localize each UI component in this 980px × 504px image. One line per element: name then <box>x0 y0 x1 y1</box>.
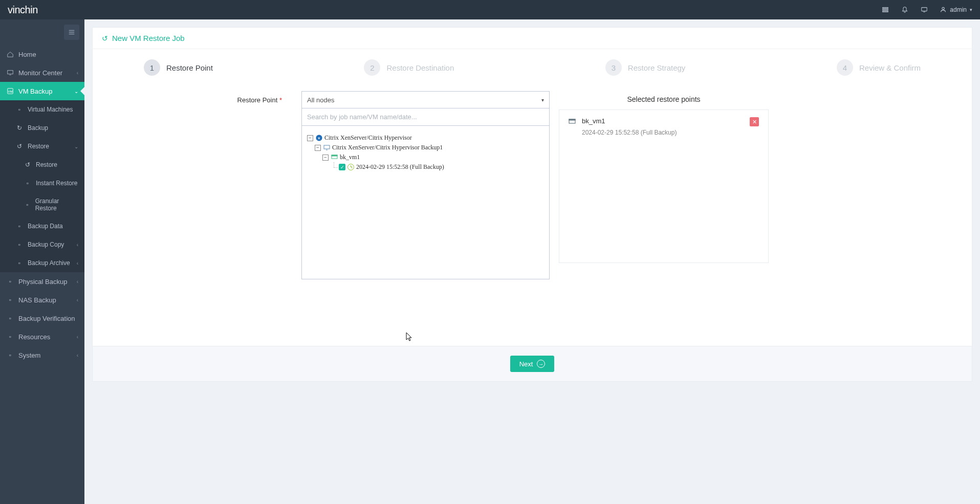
sidebar-toggle[interactable] <box>64 25 79 40</box>
sidebar-item-vmbackup[interactable]: VM VM Backup ⌄ <box>0 82 84 100</box>
wizard-step-2[interactable]: 2 Restore Destination <box>364 59 454 76</box>
remove-button[interactable]: ✕ <box>750 117 759 126</box>
tree-node-restorepoint[interactable]: ✓ 2024-02-29 15:52:58 (Full Backup) <box>307 162 544 172</box>
tree-node-vm[interactable]: − bk_vm1 <box>307 152 544 162</box>
field-label-restore-point: Restore Point * <box>123 91 292 279</box>
svg-rect-10 <box>324 145 330 149</box>
wizard-step-4[interactable]: 4 Review & Confirm <box>837 59 921 76</box>
sidebar-item-resources[interactable]: ▫ Resources ‹ <box>0 327 84 346</box>
sidebar-sub-backupcopy[interactable]: ▫ Backup Copy ‹ <box>0 235 84 254</box>
sidebar-label: Home <box>18 51 36 58</box>
sidebar-label: Restore <box>28 143 49 150</box>
sidebar-label: NAS Backup <box>18 296 56 304</box>
form-row: Restore Point * All nodes ▾ − ✕ Citrix X… <box>93 81 972 295</box>
tree-label: Citrix XenServer/Citrix Hypervisor Backu… <box>332 144 443 151</box>
data-icon: ▫ <box>15 222 24 230</box>
main-card: ↺ New VM Restore Job 1 Restore Point 2 R… <box>92 27 972 382</box>
topbar-right: admin ▾ <box>881 6 972 14</box>
checkbox-checked[interactable]: ✓ <box>339 164 345 170</box>
card-header: ↺ New VM Restore Job <box>93 28 972 49</box>
sidebar-sub-vms[interactable]: ▫ Virtual Machines <box>0 100 84 119</box>
sidebar-item-home[interactable]: Home <box>0 45 84 63</box>
refresh-icon: ↺ <box>102 34 108 42</box>
vm-icon <box>331 154 338 161</box>
collapse-icon[interactable]: − <box>322 155 329 161</box>
monitor-icon <box>323 144 330 151</box>
chevron-left-icon: ‹ <box>77 297 78 303</box>
restore-icon: ↺ <box>15 142 24 150</box>
sidebar-label: Physical Backup <box>18 278 67 286</box>
step-number: 4 <box>837 59 853 76</box>
sidebar-sub2-granular[interactable]: ▫ Granular Restore <box>0 192 84 217</box>
next-button[interactable]: Next → <box>510 356 555 372</box>
sidebar-sub-backup[interactable]: ↻ Backup <box>0 119 84 137</box>
sidebar-sub-backuparchive[interactable]: ▫ Backup Archive ‹ <box>0 254 84 272</box>
clock-icon <box>347 164 354 170</box>
sidebar-item-physical[interactable]: ▫ Physical Backup ‹ <box>0 272 84 291</box>
sidebar-label: Resources <box>18 333 50 341</box>
user-icon <box>940 6 947 13</box>
gear-icon: ▫ <box>6 351 14 359</box>
nas-icon: ▫ <box>6 296 14 304</box>
center-column: All nodes ▾ − ✕ Citrix XenServer/Citrix … <box>301 91 550 279</box>
svg-rect-0 <box>883 8 888 9</box>
sidebar-sub-restore[interactable]: ↺ Restore ⌄ <box>0 137 84 156</box>
collapse-icon[interactable]: − <box>307 135 313 141</box>
node-select-value: All nodes <box>307 96 334 104</box>
field-label-text: Restore Point <box>237 96 278 104</box>
sidebar-item-nas[interactable]: ▫ NAS Backup ‹ <box>0 291 84 309</box>
sidebar-list: Home Monitor Center ‹ VM VM Backup ⌄ ▫ V… <box>0 45 84 364</box>
chevron-left-icon: ‹ <box>77 242 78 248</box>
tasks-icon[interactable] <box>881 6 889 14</box>
sidebar-sub-backupdata[interactable]: ▫ Backup Data <box>0 217 84 235</box>
next-label: Next <box>519 360 533 368</box>
svg-text:✕: ✕ <box>317 136 321 141</box>
bolt-icon: ▫ <box>24 179 32 187</box>
refresh-icon: ↻ <box>15 124 24 132</box>
selected-vm-name: bk_vm1 <box>582 117 744 125</box>
sidebar: Home Monitor Center ‹ VM VM Backup ⌄ ▫ V… <box>0 19 84 504</box>
svg-rect-1 <box>883 9 888 10</box>
sidebar-label: VM Backup <box>18 87 52 95</box>
sidebar-sub2-restore[interactable]: ↺ Restore <box>0 156 84 174</box>
sidebar-label: Backup Archive <box>28 259 70 267</box>
sidebar-sub2-instant[interactable]: ▫ Instant Restore <box>0 174 84 192</box>
selected-item: bk_vm1 2024-02-29 15:52:58 (Full Backup)… <box>559 109 769 263</box>
brand-logo: vinchin <box>8 4 38 16</box>
user-menu[interactable]: admin ▾ <box>940 6 972 13</box>
brand-part2: chin <box>20 4 38 15</box>
search-input[interactable] <box>301 108 550 126</box>
tree-node-hypervisor[interactable]: − ✕ Citrix XenServer/Citrix Hypervisor <box>307 133 544 143</box>
step-number: 2 <box>364 59 380 76</box>
file-icon: ▫ <box>24 201 31 209</box>
wizard-step-3[interactable]: 3 Restore Strategy <box>605 59 686 76</box>
sidebar-label: Backup Copy <box>28 241 64 248</box>
chevron-down-icon: ⌄ <box>74 144 78 149</box>
chevron-down-icon: ⌄ <box>74 89 78 94</box>
sidebar-item-system[interactable]: ▫ System ‹ <box>0 346 84 364</box>
screen-icon[interactable] <box>920 6 928 14</box>
svg-point-4 <box>942 7 944 9</box>
chevron-left-icon: ‹ <box>77 334 78 340</box>
tree-node-job[interactable]: − Citrix XenServer/Citrix Hypervisor Bac… <box>307 143 544 152</box>
chevron-left-icon: ‹ <box>77 279 78 284</box>
svg-rect-2 <box>883 11 888 12</box>
sidebar-item-monitor[interactable]: Monitor Center ‹ <box>0 63 84 82</box>
sidebar-label: System <box>18 352 40 359</box>
wizard-step-1[interactable]: 1 Restore Point <box>144 59 213 76</box>
bell-icon[interactable] <box>901 6 909 14</box>
collapse-icon[interactable]: − <box>315 145 321 151</box>
restore-point-tree: − ✕ Citrix XenServer/Citrix Hypervisor −… <box>301 126 550 279</box>
step-number: 1 <box>144 59 160 76</box>
selected-detail: 2024-02-29 15:52:58 (Full Backup) <box>582 129 744 136</box>
required-mark: * <box>279 96 282 104</box>
server-icon: ▫ <box>6 277 14 286</box>
resources-icon: ▫ <box>6 333 14 341</box>
node-select[interactable]: All nodes ▾ <box>301 91 550 108</box>
sidebar-label: Backup <box>28 124 48 132</box>
wizard-footer: Next → <box>93 346 972 381</box>
chevron-left-icon: ‹ <box>77 260 78 266</box>
list-icon: ▫ <box>15 105 24 114</box>
step-label: Restore Strategy <box>628 63 686 72</box>
sidebar-item-verify[interactable]: ▫ Backup Verification <box>0 309 84 327</box>
